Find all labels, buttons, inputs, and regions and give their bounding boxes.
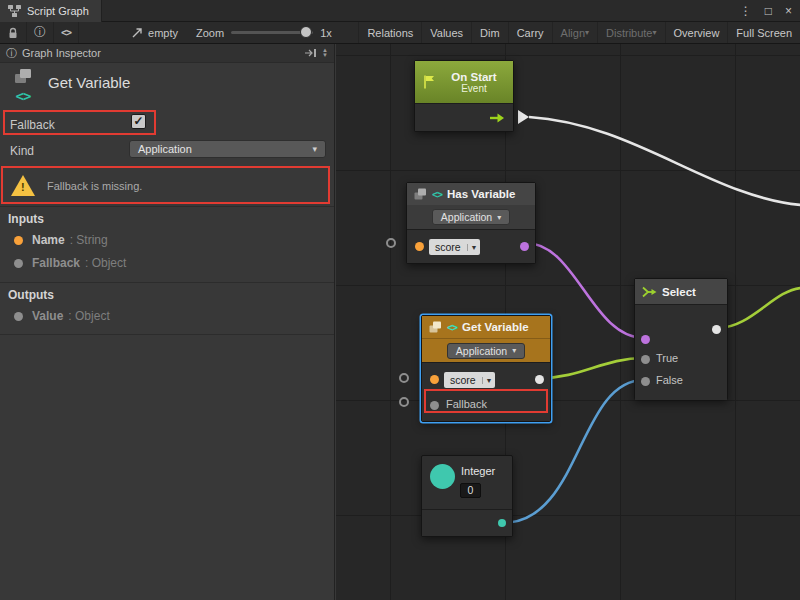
bool-output-port[interactable] bbox=[520, 242, 529, 251]
node-subtitle: Event bbox=[442, 83, 506, 94]
carry-button[interactable]: Carry bbox=[508, 22, 552, 43]
graph-canvas[interactable]: On Start Event <> Has Variable Appli bbox=[336, 44, 800, 600]
kind-dropdown[interactable]: Application bbox=[432, 209, 510, 225]
node-type-icons: <> bbox=[10, 68, 36, 104]
node-get-variable[interactable]: <> Get Variable Application score▼ Fallb… bbox=[421, 315, 551, 422]
select-merge-icon bbox=[642, 286, 657, 298]
lock-button[interactable] bbox=[0, 22, 27, 43]
node-select[interactable]: Select True False bbox=[634, 278, 728, 400]
true-input-port[interactable] bbox=[641, 355, 650, 364]
graph-icon bbox=[8, 5, 21, 17]
window-buttons: ⋮ □ × bbox=[740, 0, 792, 22]
get-variable-header: <> Get Variable bbox=[422, 316, 550, 338]
node-title: Has Variable bbox=[447, 188, 515, 200]
has-variable-header: <> Has Variable bbox=[407, 183, 535, 205]
fullscreen-button[interactable]: Full Screen bbox=[727, 22, 800, 43]
relations-button[interactable]: Relations bbox=[358, 22, 421, 43]
variables-stack-icon bbox=[429, 321, 442, 333]
info-button[interactable]: ⓘ bbox=[27, 22, 54, 43]
node-integer[interactable]: Integer 0 bbox=[421, 455, 513, 537]
variables-stack-icon bbox=[14, 68, 32, 84]
lock-icon bbox=[7, 27, 19, 39]
inspector-header: ⓘ Graph Inspector ▲▼ bbox=[0, 44, 334, 63]
kind-row: Application bbox=[422, 338, 550, 362]
string-port-dot bbox=[14, 236, 23, 245]
dim-button[interactable]: Dim bbox=[471, 22, 508, 43]
divider bbox=[0, 334, 334, 335]
integer-body bbox=[422, 509, 512, 536]
code-icon: <> bbox=[16, 88, 31, 104]
kind-dropdown[interactable]: Application bbox=[447, 343, 525, 359]
stamp-tool[interactable]: empty bbox=[121, 22, 188, 43]
inspector-header-label: Graph Inspector bbox=[22, 47, 101, 59]
selection-output-port[interactable] bbox=[712, 325, 721, 334]
zoom-slider[interactable] bbox=[231, 31, 313, 34]
integer-value-field[interactable]: 0 bbox=[460, 483, 481, 498]
warning-message: ! Fallback is missing. bbox=[3, 170, 327, 201]
variables-stack-icon bbox=[414, 188, 427, 200]
maximize-icon[interactable]: □ bbox=[765, 4, 772, 18]
outputs-heading: Outputs bbox=[8, 288, 54, 302]
select-header: Select bbox=[635, 279, 727, 304]
code-view-button[interactable]: <> bbox=[54, 22, 79, 43]
integer-output-port[interactable] bbox=[498, 519, 506, 527]
scroll-arrows-icon[interactable]: ▲▼ bbox=[322, 48, 328, 58]
unconnected-port-circle[interactable] bbox=[386, 238, 396, 248]
variable-name-dropdown[interactable]: score▼ bbox=[444, 372, 495, 388]
flow-arrow-icon[interactable] bbox=[489, 111, 505, 125]
wire-getvariable-to-select-true bbox=[541, 358, 644, 378]
unconnected-port-circle[interactable] bbox=[399, 397, 409, 407]
name-input-port[interactable] bbox=[415, 242, 424, 251]
on-start-body bbox=[415, 103, 513, 131]
close-icon[interactable]: × bbox=[785, 4, 792, 18]
zoom-value: 1x bbox=[320, 27, 332, 39]
dock-pin-icon[interactable] bbox=[304, 48, 317, 58]
value-output-port[interactable] bbox=[535, 375, 544, 384]
stamp-arrow-icon bbox=[131, 27, 143, 39]
stamp-label: empty bbox=[148, 27, 178, 39]
wire-onstart-flow bbox=[529, 117, 800, 205]
flag-icon bbox=[422, 74, 437, 90]
divider bbox=[0, 206, 334, 207]
object-port-dot bbox=[14, 312, 23, 321]
input-row-name: Name : String bbox=[14, 233, 108, 247]
code-icon: <> bbox=[432, 189, 442, 200]
name-input-port[interactable] bbox=[430, 375, 439, 384]
false-input-port[interactable] bbox=[641, 377, 650, 386]
kind-dropdown[interactable]: Application bbox=[129, 140, 326, 158]
flow-port-triangle[interactable] bbox=[518, 110, 529, 124]
on-start-header: On Start Event bbox=[415, 61, 513, 103]
node-title: Integer bbox=[461, 465, 495, 477]
node-title: On Start bbox=[442, 71, 506, 83]
tab-script-graph[interactable]: Script Graph bbox=[0, 0, 102, 22]
integer-top: Integer 0 bbox=[422, 456, 512, 509]
node-has-variable[interactable]: <> Has Variable Application score▼ bbox=[406, 182, 536, 264]
kind-label: Kind bbox=[10, 144, 34, 158]
align-dropdown[interactable]: Align bbox=[552, 22, 597, 43]
inputs-heading: Inputs bbox=[8, 212, 44, 226]
distribute-dropdown[interactable]: Distribute bbox=[597, 22, 664, 43]
integer-literal-icon bbox=[430, 464, 455, 489]
menu-kebab-icon[interactable]: ⋮ bbox=[740, 4, 752, 18]
overview-button[interactable]: Overview bbox=[665, 22, 728, 43]
values-button[interactable]: Values bbox=[421, 22, 471, 43]
select-body: True False bbox=[635, 304, 727, 400]
connection-wires bbox=[336, 44, 800, 600]
condition-input-port[interactable] bbox=[641, 335, 650, 344]
true-port-label: True bbox=[656, 352, 678, 364]
graph-toolbar: ⓘ <> empty Zoom 1x Relations Values Dim … bbox=[0, 22, 800, 44]
code-icon: <> bbox=[447, 322, 457, 333]
node-on-start[interactable]: On Start Event bbox=[414, 60, 514, 132]
tab-label: Script Graph bbox=[27, 5, 89, 17]
fallback-input-port[interactable] bbox=[430, 401, 439, 410]
divider bbox=[0, 282, 334, 283]
false-port-label: False bbox=[656, 374, 683, 386]
zoom-slider-knob[interactable] bbox=[300, 26, 312, 38]
warning-text: Fallback is missing. bbox=[47, 180, 142, 192]
node-title: Get Variable bbox=[462, 321, 528, 333]
fallback-checkbox[interactable]: ✓ bbox=[131, 114, 146, 129]
unconnected-port-circle[interactable] bbox=[399, 373, 409, 383]
zoom-control: Zoom 1x bbox=[188, 22, 340, 43]
node-title: Select bbox=[662, 286, 696, 298]
variable-name-dropdown[interactable]: score▼ bbox=[429, 239, 480, 255]
